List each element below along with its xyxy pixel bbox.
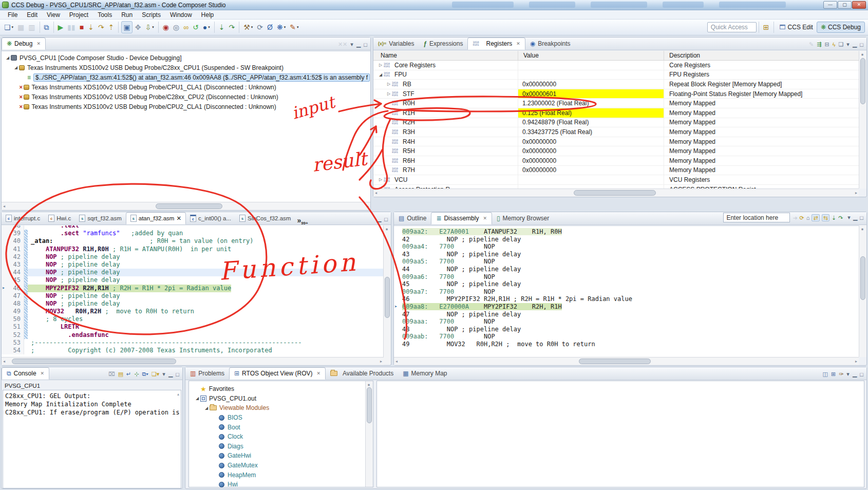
new-file-icon-dropdown[interactable]: ▾ <box>12 25 14 29</box>
rov-tree-item[interactable]: GateHwi <box>192 451 373 461</box>
editor-vscrollbar[interactable]: ▴ ▾ <box>383 225 391 364</box>
perspective-ccs-debug[interactable]: ❋ CCS Debug <box>817 22 865 33</box>
pause-updates-icon[interactable]: ◫ <box>823 371 828 378</box>
code-line[interactable]: ➤46 MPY2PIF32 R2H,R1H ; R2H = R1H * 2pi … <box>2 285 384 292</box>
flash-button[interactable]: ◉ <box>161 21 171 33</box>
goto-pc-icon[interactable]: ➜ <box>792 215 797 221</box>
rov-tree-item[interactable]: Hwi <box>192 480 373 489</box>
layout-icon[interactable]: ⊟ <box>824 41 829 48</box>
load-program-icon-dropdown[interactable]: ▾ <box>152 25 154 29</box>
word-wrap-icon[interactable]: ↵ <box>126 371 131 378</box>
column-header-name[interactable]: Name <box>373 51 518 60</box>
menu-scripts[interactable]: Scripts <box>137 11 165 18</box>
pin-console-icon[interactable]: ⊹ <box>134 371 139 378</box>
code-line[interactable]: 39 .sect "ramfuncs" ;added by quan <box>2 230 384 237</box>
disassembly-line[interactable]: 47 NOP ; pipeline delay <box>394 311 859 318</box>
register-row[interactable]: 1010 0101R2H0.94248879 (Float Real)Memor… <box>373 118 859 128</box>
save-button[interactable]: ▦ <box>16 21 26 33</box>
expander-icon[interactable]: ▷ <box>386 82 392 86</box>
menu-view[interactable]: View <box>42 11 65 18</box>
format-icon[interactable]: ✎ <box>809 41 814 48</box>
tab-debug[interactable]: ❋ Debug ✕ <box>2 37 46 50</box>
expander-icon[interactable]: ▷ <box>378 177 384 182</box>
register-row[interactable]: 1010 0101R5H0x00000000Memory Mapped <box>373 146 859 156</box>
show-view-button[interactable]: ⧉ <box>43 21 51 33</box>
rov-tree-item[interactable]: ◢PVSG_CPU1.out <box>192 394 373 404</box>
tab-hwi-c[interactable]: cHwi.c <box>44 212 75 224</box>
connect-target-button[interactable]: ∞ <box>182 21 190 33</box>
skip-breakpoints-button[interactable]: ❋▾ <box>275 21 287 33</box>
menu-tools[interactable]: Tools <box>93 11 117 18</box>
quick-access-input[interactable]: Quick Access <box>707 22 757 32</box>
disassembly-line[interactable]: 009aab: 7700 NOP <box>394 333 859 341</box>
close-icon[interactable]: ✕ <box>316 371 320 376</box>
register-row[interactable]: ▷1010 0101VCUVCU Registers <box>373 175 859 185</box>
disassembly-line[interactable]: 009aa6: 7700 NOP <box>394 273 859 281</box>
code-line[interactable]: 47 NOP ; pipeline delay <box>2 292 384 300</box>
expander-icon[interactable]: ▷ <box>386 91 392 96</box>
tab-sincos-f32-asm[interactable]: sSinCos_f32.asm <box>235 212 295 224</box>
registers-vscrollbar[interactable]: ▴ ▾ <box>859 51 866 189</box>
display-console-icon[interactable]: ⧉▾ <box>142 371 148 378</box>
code-line[interactable]: 45 NOP ; pipeline delay <box>2 276 384 284</box>
register-row[interactable]: ▷1010 0101RB0x00000000Repeat Block Regis… <box>373 80 859 89</box>
close-icon[interactable]: ✕ <box>516 41 520 46</box>
scroll-lock-icon[interactable]: ▤ <box>118 371 123 378</box>
code-line[interactable]: 52 .endasmfunc <box>2 331 384 339</box>
step-over-button[interactable]: ↷ <box>97 21 106 33</box>
tab-variables[interactable]: (x)= Variables <box>373 37 419 50</box>
tab-breakpoints[interactable]: ◉ Breakpoints <box>525 37 575 50</box>
debug-tree-item[interactable]: ✕Texas Instruments XDS100v2 USB Debug Pr… <box>2 92 370 102</box>
code-editor[interactable]: 38 .text39 .sect "ramfuncs" ;added by qu… <box>2 225 384 364</box>
close-icon[interactable]: ✕ <box>36 41 41 46</box>
tab-atan-f32-asm[interactable]: satan_f32.asm✕ <box>126 212 186 224</box>
tab-overflow-chevron[interactable]: »99+ <box>295 216 310 224</box>
expand-tree-icon[interactable]: ⇶ <box>817 41 821 48</box>
sync-toggle-icon[interactable]: ⇆ <box>822 214 829 221</box>
register-row[interactable]: 1010 0101R4H0x00000000Memory Mapped <box>373 137 859 147</box>
maximize-view-icon[interactable]: □ <box>176 371 179 378</box>
remove-terminated-icon[interactable]: ✕✕ <box>338 41 347 48</box>
expander-icon[interactable]: ◢ <box>5 55 11 60</box>
load-program-button[interactable]: ⇩▾ <box>143 21 155 33</box>
code-line[interactable]: 38 .text <box>2 225 384 230</box>
register-row[interactable]: ◢1010 0101FPUFPU Registers <box>373 70 859 80</box>
minimize-window-button[interactable]: — <box>823 1 837 9</box>
trace-pen-icon-dropdown[interactable]: ▾ <box>297 25 299 29</box>
menu-project[interactable]: Project <box>65 11 93 18</box>
debug-tree-item[interactable]: ◢PVSG_CPU1 [Code Composer Studio - Devic… <box>2 53 370 63</box>
tab-outline[interactable]: ▤ Outline <box>394 212 431 224</box>
code-line[interactable]: 40_atan: ; R0H = tan value (on entry) <box>2 237 384 245</box>
register-row[interactable]: ▷1010 0101Core RegistersCore Registers <box>373 61 859 70</box>
debug-tree-item[interactable]: ✕Texas Instruments XDS100v2 USB Debug Pr… <box>2 102 370 111</box>
minimize-view-icon[interactable]: ▁ <box>853 214 857 221</box>
minimize-editor-icon[interactable]: ▁ <box>377 216 381 222</box>
maximize-view-icon[interactable]: □ <box>364 42 367 48</box>
code-line[interactable]: 51 LRETR <box>2 323 384 331</box>
view-menu-icon[interactable]: ▾ <box>847 214 851 221</box>
code-line[interactable]: 42 NOP ; pipeline delay <box>2 253 384 261</box>
rov-tree-item[interactable]: GateMutex <box>192 461 373 470</box>
save-all-button[interactable]: ▥ <box>27 21 36 33</box>
menu-help[interactable]: Help <box>197 11 219 18</box>
disassembly-line[interactable]: 009aa7: 7700 NOP <box>394 288 859 296</box>
pointer-mode-button[interactable]: ✥ <box>134 21 143 33</box>
tab-available-products[interactable]: Available Products <box>326 367 398 380</box>
register-row[interactable]: 1010 0101R3H0.334237725 (Float Real)Memo… <box>373 127 859 137</box>
rov-tree-item[interactable]: Clock <box>192 432 373 442</box>
close-icon[interactable]: ✕ <box>176 215 181 222</box>
tab-interrupt-c[interactable]: cinterrupt.c <box>2 212 44 224</box>
rov-tree-item[interactable]: ◢Viewable Modules <box>192 403 373 413</box>
view-menu-icon[interactable]: ▾ <box>846 371 850 378</box>
register-row[interactable]: 1010 0101R7H0x00000000Memory Mapped <box>373 166 859 176</box>
rov-tree-item[interactable]: BIOS <box>192 413 373 423</box>
disassembly-line[interactable]: 45 NOP ; pipeline delay <box>394 280 859 288</box>
refresh-target-button[interactable]: ⟳ <box>255 21 265 33</box>
console-scroll-up-icon[interactable]: ▴ <box>177 392 179 397</box>
disassembly-line[interactable]: ➤009aa8: E270000A MPY2PIF32 R2H, R1H <box>394 303 859 311</box>
view-menu-icon[interactable]: ▾ <box>846 41 850 48</box>
code-line[interactable]: 53;-------------------------------------… <box>2 339 384 347</box>
disassembly-line[interactable]: 42 NOP ; pipeline delay <box>394 236 859 243</box>
maximize-window-button[interactable]: ▢ <box>838 1 852 9</box>
menu-file[interactable]: File <box>3 11 22 18</box>
